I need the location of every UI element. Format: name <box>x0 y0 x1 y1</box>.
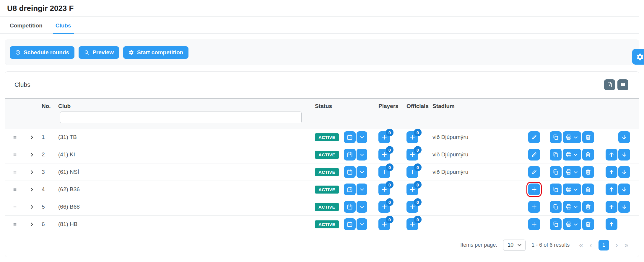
expand-row-icon[interactable] <box>29 204 35 210</box>
add-stadium-button[interactable] <box>528 218 540 230</box>
delete-club-button[interactable] <box>582 201 594 213</box>
pencil-icon <box>531 134 537 140</box>
delete-club-button[interactable] <box>582 218 594 230</box>
move-down-button[interactable] <box>618 131 630 143</box>
copy-club-button[interactable] <box>550 131 562 143</box>
export-excel-button[interactable] <box>604 79 615 90</box>
calendar-icon <box>347 204 353 210</box>
drag-handle-icon[interactable] <box>12 222 18 227</box>
edit-stadium-button[interactable] <box>528 131 540 143</box>
move-up-button[interactable] <box>606 184 617 195</box>
schedule-dropdown-button[interactable] <box>357 201 367 213</box>
start-competition-button[interactable]: Start competition <box>123 46 188 59</box>
schedule-club-button[interactable] <box>344 201 356 213</box>
move-down-button[interactable] <box>618 149 630 161</box>
chevron-down-icon <box>359 135 365 140</box>
current-page-button[interactable]: 1 <box>599 240 609 250</box>
add-stadium-button[interactable] <box>528 201 540 213</box>
delete-club-button[interactable] <box>582 166 594 178</box>
add-player-button[interactable]: 0 <box>378 131 390 143</box>
next-page-button[interactable]: › <box>616 242 618 249</box>
club-filter-input[interactable] <box>60 112 302 123</box>
tab-clubs[interactable]: Clubs <box>53 22 74 34</box>
schedule-club-button[interactable] <box>344 166 356 178</box>
add-official-button[interactable]: 0 <box>406 201 418 213</box>
add-player-button[interactable]: 0 <box>378 218 390 230</box>
drag-handle-icon[interactable] <box>12 204 18 210</box>
print-club-button[interactable] <box>563 131 581 143</box>
schedule-dropdown-button[interactable] <box>357 131 367 143</box>
add-official-button[interactable]: 0 <box>406 166 418 178</box>
drag-handle-icon[interactable] <box>12 187 18 192</box>
add-official-button[interactable]: 0 <box>406 218 418 230</box>
move-down-button[interactable] <box>618 201 630 213</box>
move-up-button[interactable] <box>606 218 617 230</box>
copy-club-button[interactable] <box>550 184 562 195</box>
edit-stadium-button[interactable] <box>528 166 540 178</box>
expand-row-icon[interactable] <box>29 152 35 158</box>
add-official-button[interactable]: 0 <box>406 131 418 143</box>
clubs-card-title: Clubs <box>14 81 30 88</box>
copy-club-button[interactable] <box>550 149 562 161</box>
add-player-button[interactable]: 0 <box>378 184 390 195</box>
expand-row-icon[interactable] <box>29 135 35 140</box>
club-name: (62) B36 <box>55 181 311 198</box>
header-no: No. <box>39 103 55 109</box>
drag-handle-icon[interactable] <box>12 169 18 175</box>
schedule-dropdown-button[interactable] <box>357 149 367 161</box>
copy-club-button[interactable] <box>550 218 562 230</box>
officials-count-badge: 0 <box>414 181 422 189</box>
move-down-button[interactable] <box>618 184 630 195</box>
expand-row-icon[interactable] <box>29 222 35 227</box>
chevron-down-icon <box>359 169 365 175</box>
schedule-dropdown-button[interactable] <box>357 166 367 178</box>
schedule-club-button[interactable] <box>344 149 356 161</box>
schedule-club-button[interactable] <box>344 218 356 230</box>
schedule-club-button[interactable] <box>344 184 356 195</box>
items-per-page-select[interactable]: 10 <box>503 240 526 251</box>
printer-icon <box>565 169 572 175</box>
copy-club-button[interactable] <box>550 201 562 213</box>
toggle-columns-button[interactable] <box>617 79 628 90</box>
print-club-button[interactable] <box>563 201 581 213</box>
add-stadium-button[interactable] <box>528 184 540 195</box>
header-officials: Officials <box>406 103 432 109</box>
move-down-button[interactable] <box>618 166 630 178</box>
schedule-club-button[interactable] <box>344 131 356 143</box>
preview-button[interactable]: Preview <box>79 46 119 59</box>
chevron-down-icon <box>359 152 365 158</box>
edit-stadium-button[interactable] <box>528 149 540 161</box>
tab-competition[interactable]: Competition <box>7 22 45 34</box>
move-up-button[interactable] <box>606 166 617 178</box>
add-official-button[interactable]: 0 <box>406 149 418 161</box>
last-page-button[interactable]: » <box>625 242 628 249</box>
settings-flyout-button[interactable] <box>632 49 644 65</box>
print-club-button[interactable] <box>563 149 581 161</box>
print-club-button[interactable] <box>563 184 581 195</box>
add-official-button[interactable]: 0 <box>406 184 418 195</box>
drag-handle-icon[interactable] <box>12 135 18 140</box>
previous-page-button[interactable]: ‹ <box>590 242 592 249</box>
add-player-button[interactable]: 0 <box>378 149 390 161</box>
expand-row-icon[interactable] <box>29 169 35 175</box>
row-number: 5 <box>39 198 55 215</box>
copy-club-button[interactable] <box>550 166 562 178</box>
first-page-button[interactable]: « <box>579 242 583 249</box>
drag-handle-icon[interactable] <box>12 152 18 158</box>
print-club-button[interactable] <box>563 218 581 230</box>
move-up-button[interactable] <box>606 149 617 161</box>
schedule-dropdown-button[interactable] <box>357 218 367 230</box>
move-up-button[interactable] <box>606 201 617 213</box>
schedule-rounds-label: Schedule rounds <box>24 49 69 56</box>
add-player-button[interactable]: 0 <box>378 201 390 213</box>
schedule-rounds-button[interactable]: Schedule rounds <box>10 46 74 59</box>
schedule-dropdown-button[interactable] <box>357 184 367 195</box>
print-club-button[interactable] <box>563 166 581 178</box>
delete-club-button[interactable] <box>582 131 594 143</box>
expand-row-icon[interactable] <box>29 187 35 192</box>
players-count-badge: 0 <box>386 129 393 136</box>
add-player-button[interactable]: 0 <box>378 166 390 178</box>
gear-icon <box>129 50 134 55</box>
delete-club-button[interactable] <box>582 149 594 161</box>
delete-club-button[interactable] <box>582 184 594 195</box>
